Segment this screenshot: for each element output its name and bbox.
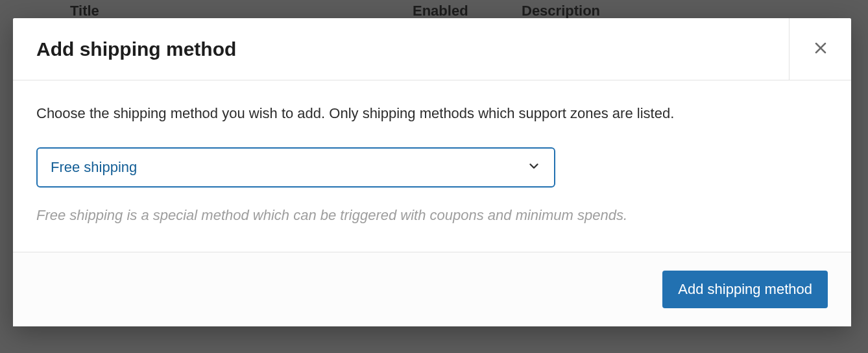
helper-text: Free shipping is a special method which … bbox=[36, 206, 828, 226]
modal-instruction-text: Choose the shipping method you wish to a… bbox=[36, 104, 828, 124]
chevron-down-icon bbox=[527, 159, 541, 176]
background-table-header: Title Enabled Description bbox=[0, 0, 868, 19]
add-shipping-method-modal: Add shipping method Choose the shipping … bbox=[13, 18, 851, 326]
modal-title: Add shipping method bbox=[13, 38, 236, 60]
shipping-method-select-wrapper: Free shipping bbox=[36, 147, 555, 188]
bg-col-description: Description bbox=[522, 3, 600, 19]
modal-body: Choose the shipping method you wish to a… bbox=[13, 80, 851, 252]
modal-header: Add shipping method bbox=[13, 18, 851, 80]
select-value: Free shipping bbox=[51, 159, 137, 176]
close-icon bbox=[813, 40, 828, 58]
modal-footer: Add shipping method bbox=[13, 252, 851, 326]
close-button[interactable] bbox=[789, 18, 851, 80]
bg-col-title: Title bbox=[70, 3, 99, 19]
bg-col-enabled: Enabled bbox=[413, 3, 468, 19]
add-shipping-method-button[interactable]: Add shipping method bbox=[662, 271, 828, 308]
shipping-method-select[interactable]: Free shipping bbox=[36, 147, 555, 188]
